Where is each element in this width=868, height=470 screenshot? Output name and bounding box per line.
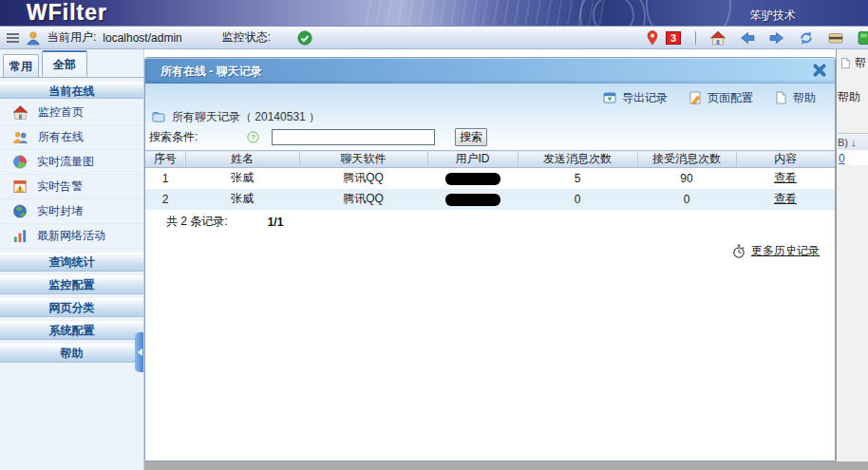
view-link[interactable]: 查看 <box>774 192 797 205</box>
cell-user-id <box>427 168 518 189</box>
forward-arrow-icon[interactable] <box>769 30 784 46</box>
cell-received: 90 <box>637 168 736 189</box>
page-config-button[interactable]: 页面配置 <box>689 90 753 106</box>
banner-decoration <box>361 0 608 27</box>
banner-decoration <box>646 0 731 27</box>
globe-icon <box>12 204 28 218</box>
section-help[interactable]: 帮助 <box>0 344 143 363</box>
sidebar-item-realtime-alert[interactable]: 实时告警 <box>0 175 143 199</box>
partial-help-text: 帮 <box>855 55 866 71</box>
redacted-user-id <box>445 173 500 185</box>
bar-chart-icon <box>12 229 28 243</box>
col-content: 内容 <box>736 151 835 168</box>
close-icon[interactable] <box>812 63 827 78</box>
home-icon[interactable] <box>710 30 726 46</box>
dialog-shadow <box>144 461 868 470</box>
status-ok-icon <box>297 30 312 46</box>
section-monitor-config[interactable]: 监控配置 <box>0 275 143 294</box>
users-icon <box>12 130 28 144</box>
sidebar-item-label: 实时流量图 <box>37 154 94 170</box>
chat-records-dialog: 所有在线 - 聊天记录 导出记录 页面配置 <box>144 57 836 461</box>
alert-count-badge[interactable]: 3 <box>666 31 681 45</box>
current-user-value: localhost/admin <box>103 31 181 45</box>
app-logo: WFilter <box>27 0 107 26</box>
current-user-label: 当前用户: <box>47 29 96 46</box>
stopwatch-icon <box>732 244 745 258</box>
sidebar-item-label: 最新网络活动 <box>37 228 105 244</box>
refresh-icon[interactable] <box>799 30 814 46</box>
help-doc-icon <box>840 57 851 69</box>
col-name: 姓名 <box>185 151 299 168</box>
help-label: 帮助 <box>793 90 816 106</box>
sidebar-nav: 监控首页 所有在线 实时流量图 实时告警 <box>0 101 143 249</box>
table-footer: 共 2 条记录: 1/1 <box>145 213 835 232</box>
cell-name: 张威 <box>185 168 299 189</box>
table-row: 1 张威 腾讯QQ 5 90 查看 <box>145 168 835 189</box>
dialog-body: 导出记录 页面配置 帮助 所有聊天记录（ 20140531 ） <box>145 84 835 461</box>
sidebar-item-traffic-graph[interactable]: 实时流量图 <box>0 150 143 175</box>
more-history-link[interactable]: 更多历史记录 <box>732 243 820 259</box>
location-pin-icon[interactable] <box>645 30 660 46</box>
alert-calendar-icon <box>12 179 28 194</box>
section-web-category[interactable]: 网页分类 <box>0 298 143 317</box>
col-user-id: 用户ID <box>427 151 518 168</box>
sidebar-item-monitor-home[interactable]: 监控首页 <box>0 101 143 125</box>
user-icon <box>26 30 41 46</box>
view-link[interactable]: 查看 <box>774 171 797 184</box>
tab-common[interactable]: 常用 <box>3 54 39 77</box>
partial-help-button: 帮助 <box>838 89 860 105</box>
menu-icon[interactable] <box>7 33 19 43</box>
search-button[interactable]: 搜索 <box>455 128 487 146</box>
cell-software: 腾讯QQ <box>299 189 427 210</box>
separator <box>695 31 696 45</box>
banner-decoration <box>593 0 634 27</box>
cell-index: 1 <box>145 168 185 189</box>
page-indicator: 1/1 <box>268 216 284 229</box>
record-count: 共 2 条记录: <box>166 214 228 230</box>
section-current-online[interactable]: 当前在线 <box>0 82 143 99</box>
battery-icon[interactable] <box>858 30 868 46</box>
dialog-toolbar: 导出记录 页面配置 帮助 <box>145 84 835 108</box>
sidebar-item-label: 所有在线 <box>38 129 84 145</box>
sidebar-item-realtime-block[interactable]: 实时封堵 <box>0 199 143 224</box>
sidebar-collapse-handle[interactable] <box>135 332 143 372</box>
toolbar: 当前用户: localhost/admin 监控状态: 3 <box>0 27 868 49</box>
tab-all[interactable]: 全部 <box>42 50 87 77</box>
app-banner: WFilter 笨驴技术 <box>0 0 868 27</box>
table-header-row: 序号 姓名 聊天软件 用户ID 发送消息次数 接受消息次数 内容 <box>145 151 835 168</box>
dialog-title: 所有在线 - 聊天记录 <box>160 64 262 80</box>
search-row: 搜索条件: ? 搜索 <box>145 125 835 148</box>
sidebar-tabs: 常用 全部 <box>0 49 143 78</box>
sidebar-item-all-online[interactable]: 所有在线 <box>0 125 143 150</box>
sidebar-item-label: 监控首页 <box>38 104 84 121</box>
export-records-button[interactable]: 导出记录 <box>603 90 668 106</box>
section-query-stats[interactable]: 查询统计 <box>0 253 143 272</box>
export-records-label: 导出记录 <box>622 90 668 106</box>
cell-received: 0 <box>637 189 736 210</box>
record-title-row: 所有聊天记录（ 20140531 ） <box>145 108 835 125</box>
search-input[interactable] <box>272 129 435 145</box>
sidebar: 常用 全部 当前在线 监控首页 所有在线 实时流量图 <box>0 49 144 470</box>
sidebar-item-latest-activity[interactable]: 最新网络活动 <box>0 224 143 249</box>
background-page-sliver: 帮 帮助 B) ↓ 0 <box>836 49 868 470</box>
search-label: 搜索条件: <box>149 129 198 145</box>
card-reader-icon[interactable] <box>828 30 843 46</box>
cell-sent: 5 <box>518 168 637 189</box>
cell-user-id <box>427 189 518 210</box>
home-icon <box>12 105 28 120</box>
cell-index: 2 <box>145 189 185 210</box>
col-received: 接受消息次数 <box>637 151 736 168</box>
question-icon[interactable]: ? <box>247 131 259 143</box>
partial-value-link[interactable]: 0 <box>839 152 845 165</box>
monitor-status-label: 监控状态: <box>222 29 271 46</box>
more-history-label: 更多历史记录 <box>751 243 820 259</box>
help-button[interactable]: 帮助 <box>774 90 816 106</box>
section-system-config[interactable]: 系统配置 <box>0 321 143 340</box>
col-sent: 发送消息次数 <box>518 151 637 168</box>
record-title: 所有聊天记录（ 20140531 ） <box>172 109 320 125</box>
cell-name: 张威 <box>185 189 299 210</box>
brand-name: 笨驴技术 <box>750 8 796 24</box>
partial-column-header: B) ↓ <box>838 133 868 150</box>
page-config-label: 页面配置 <box>708 90 753 106</box>
back-arrow-icon[interactable] <box>740 30 755 46</box>
